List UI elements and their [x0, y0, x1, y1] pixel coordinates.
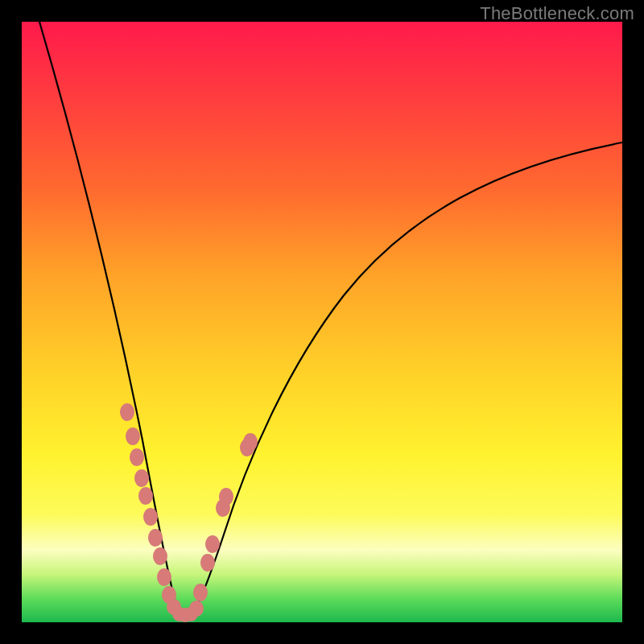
- outer-frame: TheBottleneck.com: [0, 0, 644, 644]
- marker: [189, 601, 204, 617]
- marker: [143, 508, 158, 526]
- marker: [126, 427, 140, 445]
- watermark-text: TheBottleneck.com: [480, 3, 634, 24]
- left-curve: [39, 22, 185, 616]
- marker: [130, 448, 144, 466]
- chart-svg: [22, 22, 622, 622]
- plot-area: [22, 22, 622, 622]
- marker: [134, 469, 149, 487]
- marker: [219, 488, 233, 506]
- marker: [243, 433, 258, 451]
- marker: [148, 529, 163, 547]
- marker-group-right: [193, 433, 258, 601]
- marker: [157, 568, 171, 586]
- marker-group-left: [120, 403, 181, 615]
- marker: [193, 584, 208, 601]
- marker: [120, 403, 134, 421]
- marker: [138, 487, 153, 505]
- marker: [153, 547, 167, 565]
- marker: [205, 535, 220, 553]
- marker: [200, 554, 215, 572]
- right-curve: [191, 142, 622, 616]
